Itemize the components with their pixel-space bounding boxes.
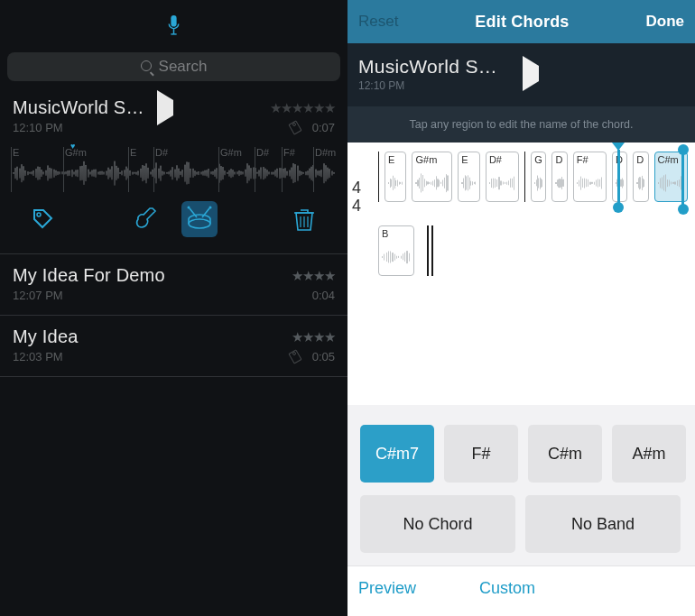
chord-label: G#m <box>65 147 87 158</box>
chord-region-label: D# <box>489 154 515 165</box>
play-button[interactable] <box>157 100 173 116</box>
tag-mini-icon <box>289 351 301 363</box>
svg-point-4 <box>189 219 210 228</box>
edit-hint: Tap any region to edit the name of the c… <box>348 106 695 143</box>
chord-region-label: F# <box>577 154 603 165</box>
chord-choice[interactable]: C#m7 <box>360 425 434 483</box>
custom-button[interactable]: Custom <box>479 579 535 598</box>
preview-button[interactable]: Preview <box>358 579 416 598</box>
chord-region[interactable]: D# <box>486 152 519 202</box>
chord-region[interactable]: D <box>551 152 567 202</box>
chord-choice[interactable]: No Band <box>525 495 681 553</box>
chord-choice[interactable]: No Chord <box>360 495 515 553</box>
item-title: My Idea <box>13 326 79 347</box>
tag-mini-icon <box>289 122 301 134</box>
rating-stars[interactable]: ★★★★★★ <box>270 100 335 116</box>
chord-picker: C#m7F#C#mA#m No ChordNo Band <box>348 405 695 565</box>
list-item-selected[interactable]: MusicWorld S… ★★★★★★ 12:10 PM 0:07 ♥ EG#… <box>0 88 348 254</box>
barline-icon <box>524 152 525 202</box>
chord-strip[interactable]: ♥ EG#mED#G#mD#F#D#m <box>13 147 335 192</box>
svg-point-7 <box>187 207 190 209</box>
now-playing: MusicWorld S… 12:10 PM <box>348 43 695 106</box>
item-title: My Idea For Demo <box>13 265 165 286</box>
chord-region-label: D <box>555 154 563 165</box>
list-item[interactable]: My Idea For Demo★★★★ 12:07 PM0:04 <box>0 254 348 316</box>
svg-point-8 <box>208 207 211 209</box>
search-input[interactable]: Search <box>7 52 340 81</box>
barline-icon <box>427 225 429 276</box>
mic-icon[interactable] <box>167 15 181 36</box>
search-icon <box>141 60 153 73</box>
chord-choice[interactable]: F# <box>444 425 518 483</box>
item-title: MusicWorld S… <box>13 97 144 118</box>
drums-icon[interactable] <box>181 201 218 237</box>
reset-button[interactable]: Reset <box>358 13 398 31</box>
chord-region[interactable]: B <box>378 225 414 276</box>
header-title: Edit Chords <box>398 13 645 32</box>
chord-region[interactable]: E <box>385 152 407 202</box>
chord-label: G#m <box>220 147 242 158</box>
chord-choice[interactable]: C#m <box>528 425 602 483</box>
chord-region-label: G <box>534 154 542 165</box>
chord-region-label: E <box>388 154 403 165</box>
svg-rect-0 <box>171 15 176 27</box>
search-placeholder: Search <box>159 58 208 76</box>
now-time: 12:10 PM <box>358 79 497 92</box>
item-time: 12:10 PM <box>13 121 63 134</box>
item-time: 12:03 PM <box>13 350 63 363</box>
chord-region-label: E <box>461 154 477 165</box>
rating-stars[interactable]: ★★★★ <box>292 268 335 284</box>
item-duration: 0:04 <box>312 289 335 302</box>
chord-region[interactable]: E <box>458 152 480 202</box>
trash-icon[interactable] <box>286 201 322 237</box>
item-duration: 0:07 <box>312 121 335 134</box>
selection-handles[interactable] <box>621 148 686 220</box>
chord-region[interactable]: G <box>531 152 546 202</box>
done-button[interactable]: Done <box>646 13 685 31</box>
svg-point-3 <box>37 213 41 216</box>
chord-label: F# <box>283 147 295 158</box>
tag-icon[interactable] <box>25 201 61 237</box>
item-duration: 0:05 <box>312 350 335 363</box>
chord-region-label: G#m <box>415 154 449 165</box>
chord-choice[interactable]: A#m <box>612 425 686 483</box>
guitar-icon[interactable] <box>131 201 167 237</box>
now-title: MusicWorld S… <box>358 56 497 78</box>
rating-stars[interactable]: ★★★★ <box>292 329 335 345</box>
time-signature: 4 4 <box>352 179 361 215</box>
chord-region[interactable]: F# <box>573 152 607 202</box>
chord-label: D# <box>256 147 269 158</box>
list-item[interactable]: My Idea★★★★ 12:03 PM0:05 <box>0 316 348 377</box>
item-time: 12:07 PM <box>13 289 63 302</box>
chord-label: E <box>130 147 136 158</box>
chord-label: E <box>13 147 19 158</box>
chord-region[interactable]: G#m <box>412 152 452 202</box>
barline-icon <box>378 152 379 202</box>
chord-label: D# <box>155 147 168 158</box>
play-button[interactable] <box>523 66 539 82</box>
edit-header: Reset Edit Chords Done <box>348 0 695 43</box>
chord-label: D#m <box>315 147 336 158</box>
